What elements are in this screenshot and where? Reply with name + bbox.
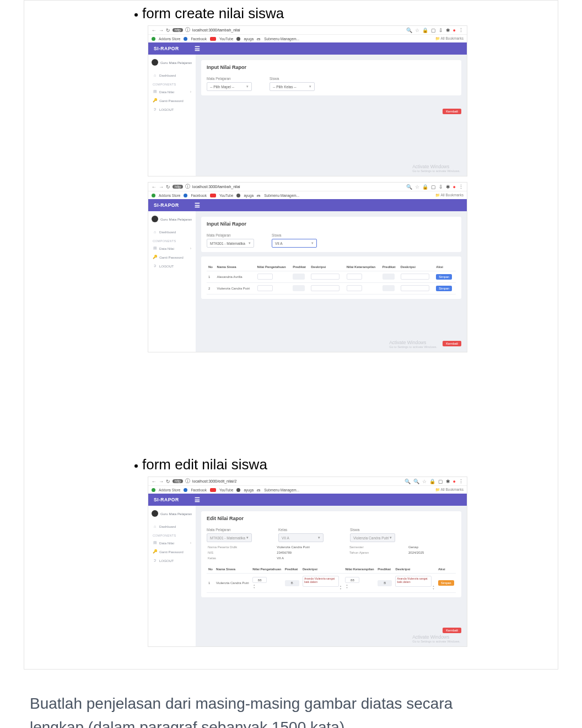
all-bookmarks[interactable]: 📁 All Bookmarks xyxy=(435,488,464,492)
sidebar-item-data-nilai[interactable]: ▤Data Nilai› xyxy=(152,244,192,253)
bookmark-item[interactable]: Submenu Managem... xyxy=(264,488,299,492)
bookmark-icon[interactable]: 🗃 xyxy=(257,194,261,197)
bookmark-item[interactable]: YouTube xyxy=(219,488,234,492)
select-kelas[interactable]: VII A▾ xyxy=(272,239,317,248)
bookmark-icon[interactable] xyxy=(152,194,155,197)
back-icon[interactable]: ← xyxy=(152,184,157,190)
bookmark-icon[interactable]: 🗃 xyxy=(257,488,261,492)
box-icon[interactable]: ▢ xyxy=(431,184,436,190)
input-desk-p[interactable]: Ananda Violenzia sangat baik dalam xyxy=(303,576,339,587)
menu-toggle-icon[interactable]: ☰ xyxy=(195,202,201,209)
star-icon[interactable]: ☆ xyxy=(415,184,419,190)
input-desk-k[interactable]: Ananda Violenzia sangat baik dalam xyxy=(395,576,432,587)
puzzle-icon[interactable]: ✱ xyxy=(446,184,450,190)
input-desk-k[interactable] xyxy=(401,274,429,280)
bookmark-item[interactable]: ayuga xyxy=(244,488,254,492)
reload-icon[interactable]: ↻ xyxy=(166,28,170,33)
bookmark-icon[interactable] xyxy=(236,37,240,41)
kembali-button[interactable]: Kembali xyxy=(443,628,461,633)
bookmark-item[interactable]: Addons Store xyxy=(159,37,180,41)
menu-toggle-icon[interactable]: ☰ xyxy=(195,45,201,52)
back-icon[interactable]: ← xyxy=(152,28,157,33)
search-icon[interactable]: 🔍 xyxy=(406,28,412,33)
shield-icon[interactable]: 🔒 xyxy=(422,28,428,33)
bookmark-item[interactable]: ayuga xyxy=(244,194,254,197)
sidebar-item-data-nilai[interactable]: ▤Data Nilai› xyxy=(152,87,192,96)
sidebar-item-password[interactable]: 🔑Ganti Password xyxy=(152,96,192,105)
search-icon[interactable]: 🔍 xyxy=(406,184,412,190)
search2-icon[interactable]: 🔍 xyxy=(413,479,419,484)
input-desk-p[interactable] xyxy=(311,274,340,280)
kembali-button[interactable]: Kembali xyxy=(443,109,461,114)
bookmark-icon[interactable] xyxy=(184,37,187,41)
kebab-icon[interactable]: ⋮ xyxy=(459,184,464,190)
forward-icon[interactable]: → xyxy=(159,28,164,33)
bookmark-icon[interactable] xyxy=(210,488,216,492)
all-bookmarks[interactable]: 📁 All Bookmarks xyxy=(435,36,464,41)
sidebar-item-dashboard[interactable]: ⌂Dashboard xyxy=(152,522,192,531)
sidebar-item-logout[interactable]: ➲LOGOUT xyxy=(152,105,192,114)
puzzle-icon[interactable]: ✱ xyxy=(446,28,450,33)
stepper-icon[interactable]: ▲▼ xyxy=(432,585,434,590)
menu-toggle-icon[interactable]: ☰ xyxy=(195,496,201,504)
input-desk-k[interactable] xyxy=(401,285,429,291)
sidebar-item-data-nilai[interactable]: ▤Data Nilai› xyxy=(152,538,192,547)
profile-icon[interactable]: ● xyxy=(453,28,456,33)
address-url[interactable]: localhost:3000/edit_nilai/2 xyxy=(192,479,237,483)
bookmark-item[interactable]: Facebook xyxy=(191,37,207,41)
simpan-button[interactable]: Simpan xyxy=(436,274,452,280)
shield-icon[interactable]: 🔒 xyxy=(429,479,435,484)
stepper-icon[interactable]: ▲▼ xyxy=(340,585,342,590)
sidebar-item-password[interactable]: 🔑Ganti Password xyxy=(152,547,192,556)
star-icon[interactable]: ☆ xyxy=(415,28,419,33)
kembali-button[interactable]: Kembali xyxy=(443,341,461,346)
bookmark-icon[interactable] xyxy=(210,194,216,197)
bookmark-item[interactable]: Facebook xyxy=(191,488,207,492)
bookmark-item[interactable]: YouTube xyxy=(219,37,234,41)
bookmark-item[interactable]: Addons Store xyxy=(159,194,180,197)
simpan-button[interactable]: Simpan xyxy=(438,580,454,586)
sidebar-item-dashboard[interactable]: ⌂Dashboard xyxy=(152,71,192,79)
puzzle-icon[interactable]: ✱ xyxy=(446,479,450,484)
input-nilai-p[interactable] xyxy=(257,285,273,291)
bookmark-item[interactable]: ayuga xyxy=(244,37,254,41)
forward-icon[interactable]: → xyxy=(159,479,164,484)
profile-icon[interactable]: ● xyxy=(453,184,456,190)
sidebar-item-password[interactable]: 🔑Ganti Password xyxy=(152,253,192,261)
download-icon[interactable]: ⇩ xyxy=(439,184,443,190)
shield-icon[interactable]: 🔒 xyxy=(422,184,428,190)
search-icon[interactable]: 🔍 xyxy=(405,479,411,484)
back-icon[interactable]: ← xyxy=(152,479,157,484)
all-bookmarks[interactable]: 📁 All Bookmarks xyxy=(435,193,464,197)
stepper-icon[interactable]: ▲▼ xyxy=(253,584,255,589)
bookmark-icon[interactable] xyxy=(236,488,240,492)
forward-icon[interactable]: → xyxy=(159,184,164,190)
input-nilai-k[interactable] xyxy=(347,274,362,280)
stepper-icon[interactable]: ▲▼ xyxy=(346,584,348,589)
bookmark-icon[interactable] xyxy=(236,194,240,197)
input-nilai-k[interactable] xyxy=(347,285,362,291)
input-nilai-p[interactable] xyxy=(257,274,273,280)
bookmark-icon[interactable] xyxy=(184,488,187,492)
bookmark-item[interactable]: YouTube xyxy=(219,194,234,197)
select-mapel[interactable]: -- Pilih Mapel --▾ xyxy=(207,82,252,91)
star-icon[interactable]: ☆ xyxy=(422,479,427,484)
bookmark-icon[interactable] xyxy=(152,488,155,492)
bookmark-item[interactable]: Submenu Managem... xyxy=(264,194,299,197)
sidebar-item-logout[interactable]: ➲LOGOUT xyxy=(152,261,192,270)
bookmark-icon[interactable] xyxy=(184,194,187,197)
bookmark-item[interactable]: Submenu Managem... xyxy=(264,37,299,41)
kebab-icon[interactable]: ⋮ xyxy=(459,479,464,484)
address-url[interactable]: localhost:3000/tambah_nilai xyxy=(192,28,240,32)
bookmark-icon[interactable] xyxy=(152,37,155,41)
reload-icon[interactable]: ↻ xyxy=(166,479,170,484)
input-nilai-k[interactable]: 88 xyxy=(345,577,359,583)
sidebar-item-dashboard[interactable]: ⌂Dashboard xyxy=(152,228,192,236)
bookmark-item[interactable]: Facebook xyxy=(191,194,207,197)
simpan-button[interactable]: Simpan xyxy=(436,286,452,291)
select-mapel[interactable]: MTK001 - Matematika▾ xyxy=(207,239,254,248)
select-kelas[interactable]: -- Pilih Kelas --▾ xyxy=(270,82,315,91)
kebab-icon[interactable]: ⋮ xyxy=(459,28,464,33)
input-nilai-p[interactable]: 88 xyxy=(252,577,267,583)
address-url[interactable]: localhost:3000/tambah_nilai xyxy=(192,185,240,189)
